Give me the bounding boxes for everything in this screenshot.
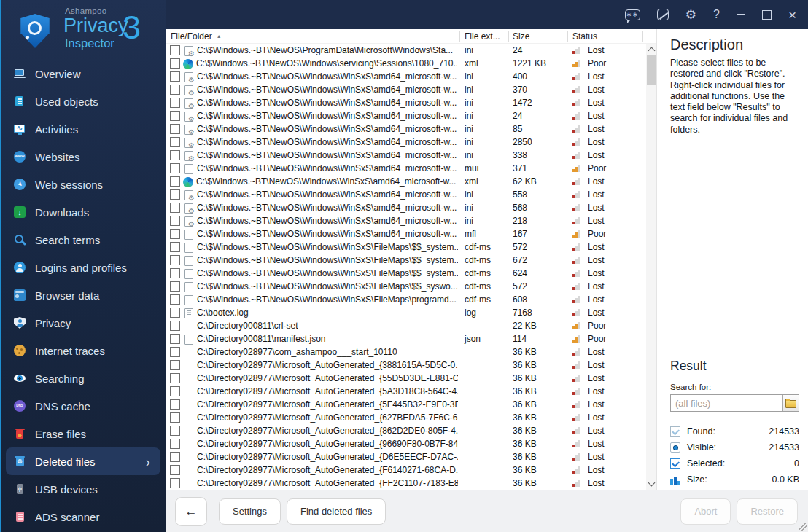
table-row[interactable]: C:\Directory028977\Microsoft_AutoGenerat…	[166, 359, 646, 372]
sidebar-item[interactable]: Used objects	[6, 87, 160, 115]
table-row[interactable]: C:\Directory028977\Microsoft_AutoGenerat…	[166, 424, 646, 437]
table-row[interactable]: C:\bootex.log log 7168 Lost	[166, 306, 646, 319]
table-row[interactable]: C:\Directory028977\Microsoft_AutoGenerat…	[166, 385, 646, 398]
table-row[interactable]: C:\Directory028977\Microsoft_AutoGenerat…	[166, 477, 646, 490]
search-input[interactable]	[671, 395, 782, 411]
row-checkbox[interactable]	[170, 334, 180, 344]
sidebar-item[interactable]: Search terms	[6, 226, 160, 254]
row-checkbox[interactable]	[170, 111, 180, 121]
table-row[interactable]: C:\$Windows.~BT\NewOS\Windows\WinSxS\amd…	[166, 96, 646, 109]
row-checkbox[interactable]	[170, 229, 180, 239]
sidebar-item[interactable]: Browser data	[6, 281, 160, 309]
row-checkbox[interactable]	[170, 412, 180, 423]
table-row[interactable]: C:\$Windows.~BT\NewOS\Windows\WinSxS\Fil…	[166, 293, 646, 306]
row-checkbox[interactable]	[170, 176, 180, 187]
row-checkbox[interactable]	[170, 124, 180, 134]
maximize-button[interactable]	[762, 10, 772, 20]
row-checkbox[interactable]	[170, 85, 180, 95]
row-checkbox[interactable]	[170, 373, 180, 383]
table-row[interactable]: C:\Directory000811\manifest.json json 11…	[166, 332, 646, 345]
table-row[interactable]: C:\$Windows.~BT\NewOS\Windows\WinSxS\amd…	[166, 162, 646, 175]
feedback-icon[interactable]: ∗∗	[625, 9, 640, 20]
row-checkbox[interactable]	[170, 189, 180, 200]
table-row[interactable]: C:\$Windows.~BT\NewOS\Windows\servicing\…	[166, 57, 646, 70]
row-checkbox[interactable]	[170, 386, 180, 396]
row-checkbox[interactable]	[170, 478, 180, 488]
row-checkbox[interactable]	[170, 321, 180, 331]
row-checkbox[interactable]	[170, 308, 180, 318]
sidebar-item[interactable]: ♲ Deleted files ›	[6, 447, 160, 475]
sidebar-item[interactable]: Internet traces	[6, 337, 160, 364]
table-row[interactable]: C:\Directory028977\Microsoft_AutoGenerat…	[166, 372, 646, 385]
row-checkbox[interactable]	[170, 465, 180, 475]
sidebar-item[interactable]: www Websites	[6, 143, 160, 171]
sidebar-item[interactable]: DNS DNS cache	[6, 392, 160, 420]
row-checkbox[interactable]	[170, 45, 180, 55]
table-row[interactable]: C:\$Windows.~BT\NewOS\Windows\WinSxS\amd…	[166, 83, 646, 96]
row-checkbox[interactable]	[170, 71, 180, 82]
row-checkbox[interactable]	[170, 399, 180, 410]
table-row[interactable]: C:\Directory028977\Microsoft_AutoGenerat…	[166, 463, 646, 477]
close-button[interactable]: ×	[788, 8, 796, 22]
notes-edit-icon[interactable]	[657, 9, 669, 20]
table-row[interactable]: C:\$Windows.~BT\NewOS\Windows\WinSxS\amd…	[166, 188, 646, 201]
sidebar-item[interactable]: Logins and profiles	[6, 254, 160, 281]
sidebar-item[interactable]: Searching	[6, 364, 160, 392]
scroll-up-icon[interactable]	[648, 47, 656, 55]
sidebar-item[interactable]: ∿ Activities	[6, 115, 160, 143]
row-checkbox[interactable]	[170, 439, 180, 449]
table-row[interactable]: C:\$Windows.~BT\NewOS\Windows\WinSxS\amd…	[166, 136, 646, 149]
sidebar-item[interactable]: Overview	[6, 60, 160, 87]
row-checkbox[interactable]	[170, 426, 180, 436]
table-row[interactable]: C:\Directory028977\com_ashampoo___start_…	[166, 345, 646, 359]
table-row[interactable]: C:\$Windows.~BT\NewOS\Windows\WinSxS\amd…	[166, 109, 646, 122]
scroll-down-icon[interactable]	[648, 480, 656, 487]
table-row[interactable]: C:\$Windows.~BT\NewOS\Windows\WinSxS\amd…	[166, 149, 646, 162]
help-icon[interactable]: ?	[713, 8, 720, 21]
row-checkbox[interactable]	[170, 98, 180, 108]
row-checkbox[interactable]	[170, 58, 180, 69]
vertical-scrollbar[interactable]	[646, 44, 656, 490]
row-checkbox[interactable]	[170, 216, 180, 226]
row-checkbox[interactable]	[170, 137, 180, 147]
table-row[interactable]: C:\$Windows.~BT\NewOS\Windows\WinSxS\Fil…	[166, 240, 646, 254]
back-button[interactable]: ←	[175, 497, 207, 526]
table-row[interactable]: C:\$Windows.~BT\NewOS\Windows\WinSxS\amd…	[166, 227, 646, 240]
column-header-size[interactable]: Size	[513, 31, 529, 42]
restore-button[interactable]: Restore	[737, 498, 798, 525]
find-deleted-files-button[interactable]: Find deleted files	[287, 498, 386, 525]
table-row[interactable]: C:\$Windows.~BT\NewOS\Windows\WinSxS\Fil…	[166, 267, 646, 280]
row-checkbox[interactable]	[170, 255, 180, 265]
row-checkbox[interactable]	[170, 150, 180, 160]
table-row[interactable]: C:\$Windows.~BT\NewOS\ProgramData\Micros…	[166, 44, 646, 57]
row-checkbox[interactable]	[170, 163, 180, 173]
row-checkbox[interactable]	[170, 203, 180, 213]
row-checkbox[interactable]	[170, 294, 180, 305]
row-checkbox[interactable]	[170, 268, 180, 278]
row-checkbox[interactable]	[170, 242, 180, 252]
table-row[interactable]: C:\Directory000811\crl-set 22 KB Poor	[166, 319, 646, 332]
browse-folder-button[interactable]	[782, 395, 799, 411]
column-header-ext[interactable]: File ext...	[465, 31, 500, 42]
table-row[interactable]: C:\$Windows.~BT\NewOS\Windows\WinSxS\amd…	[166, 70, 646, 83]
column-header-status[interactable]: Status	[572, 31, 597, 42]
row-checkbox[interactable]	[170, 281, 180, 292]
row-checkbox[interactable]	[170, 360, 180, 370]
gear-icon[interactable]: ⚙	[685, 9, 696, 21]
sidebar-item[interactable]: ➤ Web sessions	[6, 171, 160, 198]
table-row[interactable]: C:\Directory028977\Microsoft_AutoGenerat…	[166, 437, 646, 450]
resize-grip-icon[interactable]	[799, 523, 807, 531]
table-row[interactable]: C:\$Windows.~BT\NewOS\Windows\WinSxS\amd…	[166, 122, 646, 136]
table-row[interactable]: C:\$Windows.~BT\NewOS\Windows\WinSxS\Fil…	[166, 254, 646, 267]
settings-button[interactable]: Settings	[219, 498, 281, 525]
sidebar-item[interactable]: ψ USB devices	[6, 475, 160, 503]
sidebar-item[interactable]: Erase files	[6, 420, 160, 447]
sidebar-item[interactable]: Privacy	[6, 309, 160, 337]
table-row[interactable]: C:\Directory028977\Microsoft_AutoGenerat…	[166, 398, 646, 411]
abort-button[interactable]: Abort	[680, 498, 731, 525]
sidebar-item[interactable]: ↓ Downloads	[6, 198, 160, 226]
scrollbar-thumb[interactable]	[647, 55, 656, 85]
column-header-file[interactable]: File/Folder▲	[171, 31, 222, 42]
table-row[interactable]: C:\Directory028977\Microsoft_AutoGenerat…	[166, 450, 646, 463]
table-row[interactable]: C:\$Windows.~BT\NewOS\Windows\WinSxS\amd…	[166, 214, 646, 227]
